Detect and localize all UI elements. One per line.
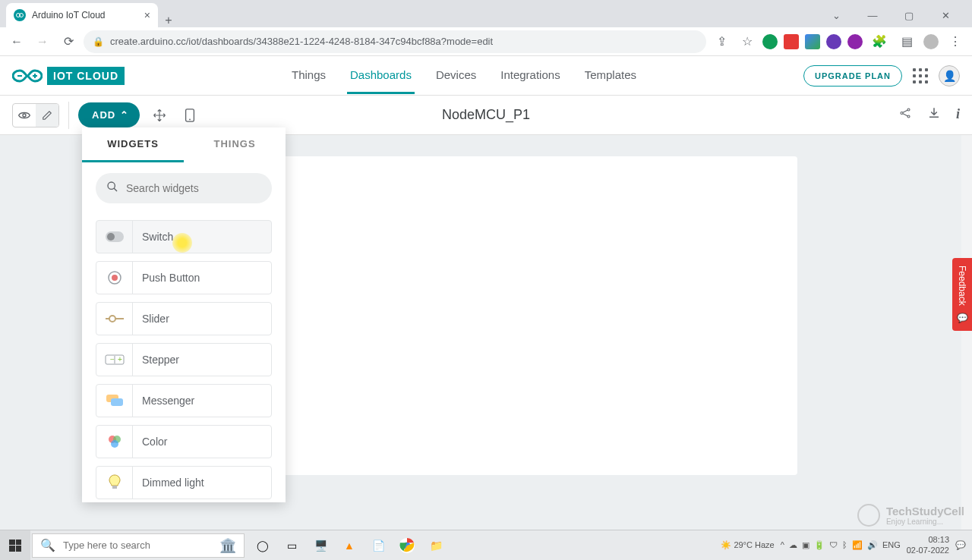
svg-point-15 bbox=[109, 316, 115, 322]
widget-item-messenger[interactable]: Messenger bbox=[96, 384, 272, 417]
profile-avatar-icon[interactable] bbox=[923, 34, 939, 49]
watermark: TechStudyCell Enjoy Learning... bbox=[857, 504, 964, 527]
widget-item-stepper[interactable]: −+ Stepper bbox=[96, 343, 272, 376]
chevron-up-icon: ⌃ bbox=[120, 109, 129, 121]
url-text: create.arduino.cc/iot/dashboards/34388e2… bbox=[110, 36, 493, 47]
svg-rect-21 bbox=[111, 398, 123, 406]
nav-integrations[interactable]: Integrations bbox=[497, 58, 563, 94]
feedback-label: Feedback bbox=[957, 266, 967, 306]
nav-devices[interactable]: Devices bbox=[433, 58, 479, 94]
add-button-label: ADD bbox=[92, 109, 115, 121]
tab-things[interactable]: THINGS bbox=[184, 127, 286, 162]
extension-icon[interactable] bbox=[847, 34, 863, 49]
eye-icon bbox=[18, 109, 30, 121]
widget-label: Switch bbox=[133, 231, 173, 243]
upgrade-plan-button[interactable]: UPGRADE PLAN bbox=[803, 65, 902, 87]
dimmed-light-icon bbox=[96, 467, 133, 499]
divider bbox=[68, 102, 69, 129]
close-tab-icon[interactable]: × bbox=[144, 9, 150, 21]
widget-label: Messenger bbox=[133, 395, 194, 407]
widget-item-switch[interactable]: Switch bbox=[96, 220, 272, 253]
pencil-icon bbox=[42, 110, 52, 121]
close-window-button[interactable]: ✕ bbox=[934, 10, 957, 21]
browser-tab[interactable]: Arduino IoT Cloud × bbox=[6, 3, 158, 27]
chevron-down-icon[interactable]: ⌄ bbox=[825, 10, 847, 21]
extension-icon[interactable] bbox=[784, 34, 799, 49]
stepper-icon: −+ bbox=[96, 344, 133, 376]
widget-list[interactable]: Switch Push Button Slider −+ Stepper bbox=[82, 214, 286, 502]
svg-point-11 bbox=[107, 233, 115, 241]
widget-label: Slider bbox=[133, 313, 169, 325]
new-tab-button[interactable]: + bbox=[158, 14, 179, 27]
search-icon bbox=[106, 181, 118, 196]
app-header: IOT CLOUD Things Dashboards Devices Inte… bbox=[0, 56, 972, 96]
app-logo[interactable]: IOT CLOUD bbox=[12, 67, 125, 85]
reload-button[interactable]: ⟳ bbox=[58, 31, 79, 52]
edit-mode-button[interactable] bbox=[36, 104, 58, 127]
dashboard-canvas: WIDGETS THINGS Switch Push Button bbox=[0, 135, 972, 530]
extensions-puzzle-icon[interactable]: 🧩 bbox=[869, 31, 890, 52]
extension-icon[interactable] bbox=[805, 34, 820, 49]
back-button[interactable]: ← bbox=[6, 31, 27, 52]
widget-label: Stepper bbox=[133, 354, 179, 366]
forward-button[interactable]: → bbox=[32, 31, 53, 52]
extension-icon[interactable] bbox=[826, 34, 841, 49]
widget-search[interactable] bbox=[96, 173, 272, 203]
address-bar: ← → ⟳ 🔒 create.arduino.cc/iot/dashboards… bbox=[0, 27, 972, 56]
widget-item-push-button[interactable]: Push Button bbox=[96, 261, 272, 294]
svg-rect-25 bbox=[112, 486, 117, 489]
svg-point-9 bbox=[108, 182, 115, 189]
maximize-button[interactable]: ▢ bbox=[898, 10, 920, 21]
tab-widgets[interactable]: WIDGETS bbox=[82, 127, 184, 162]
nav-templates[interactable]: Templates bbox=[582, 58, 639, 94]
widget-label: Color bbox=[133, 436, 167, 448]
info-icon[interactable]: i bbox=[956, 106, 960, 124]
menu-dots-icon[interactable]: ⋮ bbox=[945, 31, 966, 52]
svg-point-24 bbox=[111, 440, 118, 448]
tab-title: Arduino IoT Cloud bbox=[32, 10, 138, 20]
page-scrollbar[interactable] bbox=[961, 135, 972, 530]
device-preview-icon[interactable] bbox=[179, 105, 200, 126]
dashboard-title[interactable]: NodeMCU_P1 bbox=[442, 107, 530, 123]
download-icon[interactable] bbox=[927, 106, 941, 124]
lock-icon: 🔒 bbox=[93, 36, 104, 47]
share-icon[interactable] bbox=[898, 106, 912, 124]
view-edit-toggle bbox=[12, 103, 59, 127]
reading-list-icon[interactable]: ▤ bbox=[896, 31, 917, 52]
move-tool-icon[interactable] bbox=[149, 105, 170, 126]
svg-point-5 bbox=[189, 118, 191, 120]
svg-point-7 bbox=[907, 109, 910, 111]
widget-search-input[interactable] bbox=[126, 182, 261, 194]
logo-text: IOT CLOUD bbox=[47, 67, 125, 85]
dropdown-tabs: WIDGETS THINGS bbox=[82, 127, 286, 162]
bookmark-star-icon[interactable]: ☆ bbox=[737, 31, 758, 52]
user-avatar[interactable]: 👤 bbox=[939, 65, 960, 87]
view-mode-button[interactable] bbox=[13, 104, 36, 127]
url-field[interactable]: 🔒 create.arduino.cc/iot/dashboards/34388… bbox=[84, 30, 706, 53]
widget-item-slider[interactable]: Slider bbox=[96, 302, 272, 335]
svg-point-8 bbox=[907, 115, 910, 118]
share-url-icon[interactable]: ⇪ bbox=[711, 31, 732, 52]
scrollbar-thumb[interactable] bbox=[961, 135, 972, 530]
svg-point-13 bbox=[112, 275, 118, 281]
apps-grid-icon[interactable] bbox=[913, 68, 928, 83]
minimize-button[interactable]: — bbox=[861, 10, 884, 21]
browser-chrome: Arduino IoT Cloud × + ⌄ — ▢ ✕ ← → ⟳ 🔒 cr… bbox=[0, 0, 972, 56]
add-button[interactable]: ADD ⌃ bbox=[78, 102, 140, 127]
arduino-infinity-icon bbox=[12, 68, 43, 84]
arduino-favicon bbox=[14, 9, 26, 21]
slider-icon bbox=[96, 303, 133, 335]
messenger-icon bbox=[96, 385, 133, 417]
header-right: UPGRADE PLAN 👤 bbox=[803, 65, 960, 87]
watermark-icon bbox=[857, 504, 880, 527]
svg-point-6 bbox=[901, 112, 903, 115]
color-icon bbox=[96, 426, 133, 458]
cursor-highlight bbox=[172, 233, 192, 253]
widget-item-dimmed-light[interactable]: Dimmed light bbox=[96, 466, 272, 499]
feedback-tab[interactable]: Feedback 💬 bbox=[952, 258, 972, 331]
widget-label: Dimmed light bbox=[133, 477, 204, 489]
widget-item-color[interactable]: Color bbox=[96, 425, 272, 458]
extension-icon[interactable] bbox=[762, 34, 778, 49]
nav-dashboards[interactable]: Dashboards bbox=[347, 58, 415, 94]
nav-things[interactable]: Things bbox=[289, 58, 329, 94]
